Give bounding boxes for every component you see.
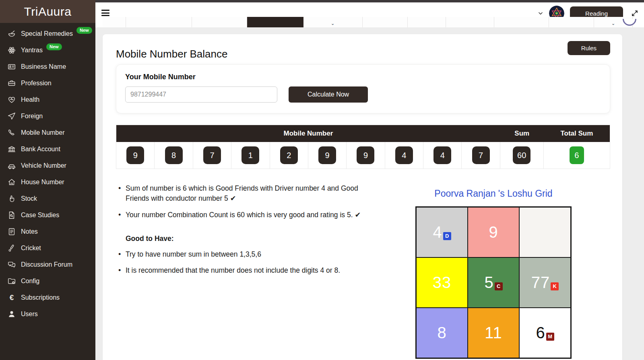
sidebar-item-users[interactable]: Users — [0, 306, 95, 322]
mobile-number-label: Your Mobile Number — [125, 73, 601, 81]
digit-table-row: 9871299447606 — [116, 142, 610, 169]
loshu-letter-badge: D — [443, 232, 451, 240]
sidebar-item-label: Discussion Forum — [21, 261, 72, 268]
tab[interactable] — [494, 17, 549, 27]
analysis-section: Sum of number is 6 which is Good Friends… — [116, 183, 610, 359]
digit-badge: 9 — [126, 146, 144, 164]
tab[interactable] — [126, 17, 192, 27]
sidebar-item-profession[interactable]: Profession — [0, 75, 95, 91]
sidebar-item-discussion-forum[interactable]: Discussion Forum — [0, 256, 95, 273]
mobile-number-header: Mobile Number — [116, 130, 500, 138]
digit-cell: 2 — [270, 142, 308, 169]
sidebar-item-vehicle-number[interactable]: Vehicle Number — [0, 157, 95, 174]
analysis-bullet: Sum of number is 6 which is Good Friends… — [116, 183, 377, 204]
sidebar-item-business-name[interactable]: Business Name — [0, 58, 95, 75]
health-icon — [7, 95, 17, 105]
stock-icon — [7, 194, 17, 204]
chevron-down-icon[interactable] — [538, 10, 543, 16]
loshu-cell: 11 — [468, 308, 519, 358]
sidebar-item-special-remedies[interactable]: Special RemediesNew — [0, 25, 95, 42]
mobile-number-form: Your Mobile Number Calculate Now — [116, 64, 610, 113]
page-card: Mobile Number Balance Rules Your Mobile … — [103, 34, 622, 360]
house-icon — [7, 177, 17, 187]
forum-icon — [7, 260, 17, 269]
sidebar-item-label: Config — [21, 278, 39, 285]
idcard-icon — [7, 62, 17, 72]
sidebar-item-label: Mobile Number — [21, 129, 64, 136]
loshu-cell: 6M — [519, 308, 571, 358]
loshu-cell: 8 — [416, 308, 468, 358]
fullscreen-expand-icon[interactable] — [631, 10, 638, 17]
tab[interactable] — [549, 17, 594, 27]
plane-icon — [7, 111, 17, 121]
sidebar-item-foreign[interactable]: Foreign — [0, 108, 95, 124]
tab-caret-icon: ⌄ — [611, 21, 615, 26]
sidebar-item-house-number[interactable]: House Number — [0, 174, 95, 190]
main-area: Reading ⌄⌄ Mobile Number Balance Rules Y… — [95, 0, 644, 360]
sidebar-item-yantras[interactable]: YantrasNew — [0, 42, 95, 58]
new-badge: New — [46, 43, 62, 50]
tab[interactable]: ⌄ — [303, 17, 363, 27]
tab[interactable] — [192, 17, 248, 27]
sidebar-item-health[interactable]: Health — [0, 91, 95, 108]
calculate-now-button[interactable]: Calculate Now — [289, 86, 368, 103]
page-title: Mobile Number Balance — [116, 48, 610, 60]
sidebar-item-label: Bank Account — [21, 146, 60, 153]
sidebar-item-label: Health — [21, 96, 39, 103]
digit-cell: 4 — [385, 142, 423, 169]
digit-badge: 4 — [433, 146, 451, 164]
digit-cell: 8 — [155, 142, 193, 169]
sidebar-item-stock[interactable]: Stock — [0, 190, 95, 207]
sidebar-item-mobile-number[interactable]: Mobile Number — [0, 124, 95, 141]
loshu-number: 9 — [489, 223, 498, 241]
digit-badge: 8 — [165, 146, 183, 164]
analysis-bullet: Your number Combination Count is 60 whic… — [116, 210, 377, 220]
total-sum-header: Total Sum — [544, 130, 610, 138]
topbar: Reading ⌄⌄ — [95, 2, 644, 27]
loshu-number: 11 — [485, 324, 502, 342]
sidebar-item-label: Subscriptions — [21, 294, 60, 301]
sidebar-item-notes[interactable]: Notes — [0, 223, 95, 240]
mobile-number-input[interactable] — [125, 86, 277, 103]
sidebar-item-label: Case Studies — [21, 212, 59, 219]
cricket-icon — [7, 243, 17, 253]
total-sum-badge: 6 — [570, 146, 584, 164]
digit-cell: 4 — [423, 142, 462, 169]
loshu-grid: 4D9335C77K8116M — [415, 206, 572, 359]
loshu-number: 77 — [531, 274, 550, 292]
tabs-scroll-right-button[interactable] — [621, 19, 638, 27]
tab[interactable] — [446, 17, 494, 27]
euro-icon: € — [7, 293, 17, 302]
loshu-number: 5 — [484, 274, 493, 292]
sidebar-item-config[interactable]: Config — [0, 273, 95, 289]
tab[interactable] — [408, 17, 446, 27]
tab-caret-icon: ⌄ — [331, 21, 334, 26]
loshu-number: 8 — [437, 324, 446, 342]
rules-button[interactable]: Rules — [568, 41, 610, 55]
case-studies-icon — [7, 210, 17, 220]
digit-cell: 9 — [116, 142, 155, 169]
digit-table-header: Mobile Number Sum Total Sum — [116, 125, 610, 142]
tab[interactable] — [363, 17, 408, 27]
briefcase-icon — [7, 78, 17, 88]
user-icon — [7, 309, 17, 319]
sidebar-item-label: Yantras — [21, 47, 43, 54]
good-to-have-heading: Good to Have: — [126, 235, 377, 243]
sidebar-item-subscriptions[interactable]: €Subscriptions — [0, 289, 95, 306]
sidebar-item-case-studies[interactable]: Case Studies — [0, 207, 95, 223]
sum-cell: 60 — [500, 142, 544, 169]
tab[interactable] — [103, 17, 126, 27]
recommendation-bullet: Try to have number sum in between 1,3,5,… — [116, 249, 377, 259]
loshu-letter-badge: C — [495, 282, 503, 290]
sidebar-item-label: Notes — [21, 228, 38, 235]
sidebar-item-label: Profession — [21, 80, 52, 87]
hamburger-menu-icon[interactable] — [101, 10, 109, 16]
tab-active[interactable] — [247, 17, 303, 27]
sidebar-item-label: Special Remedies — [21, 30, 73, 37]
tab-strip: ⌄⌄ — [103, 17, 633, 27]
sidebar-item-bank-account[interactable]: Bank Account — [0, 141, 95, 157]
sidebar-item-cricket[interactable]: Cricket — [0, 240, 95, 256]
loshu-number: 4 — [433, 223, 442, 241]
digit-cell: 9 — [308, 142, 347, 169]
sidebar-item-label: House Number — [21, 179, 64, 186]
